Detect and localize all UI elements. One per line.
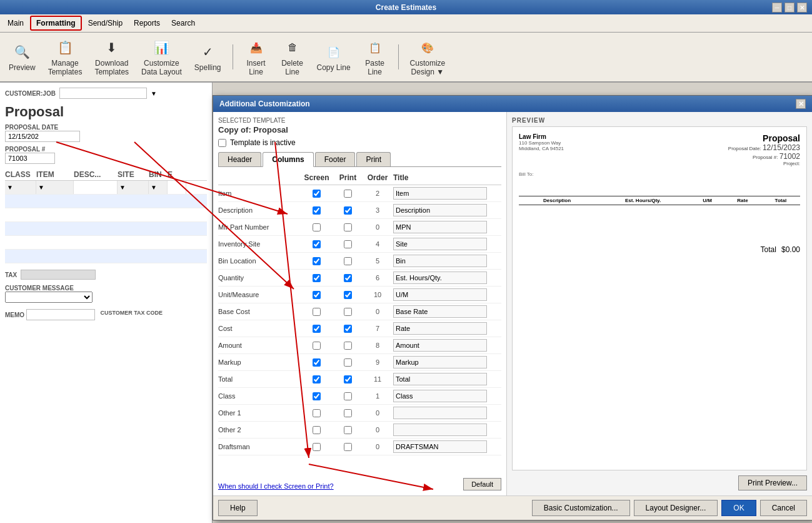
col-screen-base-cost[interactable] [299, 308, 334, 316]
tab-header[interactable]: Header [218, 152, 261, 166]
bin-dropdown[interactable]: ▼ [149, 181, 168, 194]
col-title-unit[interactable] [393, 288, 501, 301]
col-title-description[interactable] [393, 204, 501, 216]
col-screen-other2[interactable] [299, 426, 334, 434]
manage-templates-button[interactable]: 📋 Manage Templates [44, 35, 86, 79]
col-screen-cost[interactable] [299, 325, 334, 333]
default-button[interactable]: Default [463, 478, 501, 490]
close-btn[interactable]: ✕ [797, 3, 807, 13]
col-print-quantity[interactable] [334, 274, 362, 282]
menu-search[interactable]: Search [166, 17, 200, 29]
col-print-mfr-part[interactable] [334, 223, 362, 231]
col-print-inv-site[interactable] [334, 240, 362, 248]
col-title-amount[interactable] [393, 339, 501, 352]
menu-main[interactable]: Main [3, 17, 29, 29]
tab-footer[interactable]: Footer [315, 152, 356, 166]
help-button[interactable]: Help [218, 500, 258, 516]
customer-job-input[interactable] [59, 88, 147, 99]
class-dropdown[interactable]: ▼ [5, 181, 36, 194]
col-screen-unit[interactable] [299, 291, 334, 299]
site-dropdown[interactable]: ▼ [118, 181, 149, 194]
col-title-quantity[interactable] [393, 272, 501, 284]
col-print-markup[interactable] [334, 358, 362, 367]
columns-scroll[interactable]: Item 2 Description 3 [218, 185, 501, 474]
col-title-item[interactable] [393, 187, 501, 200]
col-screen-item[interactable] [299, 190, 334, 198]
ok-button[interactable]: OK [721, 500, 756, 516]
insert-line-button[interactable]: 📥 Insert Line [241, 35, 272, 79]
col-order-other1: 0 [362, 409, 393, 417]
col-screen-class[interactable] [299, 392, 334, 400]
tab-print[interactable]: Print [356, 152, 391, 166]
col-print-unit[interactable] [334, 291, 362, 299]
col-title-total[interactable] [393, 373, 501, 385]
selected-template-label: SELECTED TEMPLATE [218, 117, 501, 124]
col-print-bin[interactable] [334, 257, 362, 265]
col-title-draftsman[interactable] [393, 440, 501, 453]
col-print-cost[interactable] [334, 325, 362, 333]
col-screen-other1[interactable] [299, 409, 334, 417]
minimize-btn[interactable]: ─ [772, 3, 782, 13]
col-screen-markup[interactable] [299, 358, 334, 367]
dialog-title: Additional Customization [219, 99, 310, 108]
col-print-base-cost[interactable] [334, 308, 362, 316]
template-inactive-checkbox[interactable] [218, 139, 226, 147]
delete-line-button[interactable]: 🗑 Delete Line [277, 35, 308, 79]
col-title-other2[interactable] [393, 424, 501, 436]
col-title-mfr-part[interactable] [393, 221, 501, 233]
dialog-close-button[interactable]: ✕ [796, 99, 806, 109]
col-screen-inv-site[interactable] [299, 240, 334, 248]
item-dropdown[interactable]: ▼ [36, 181, 74, 194]
memo-input[interactable] [26, 309, 95, 320]
col-title-bin[interactable] [393, 255, 501, 267]
col-row-other2: Other 2 0 [218, 422, 501, 439]
col-print-amount[interactable] [334, 342, 362, 350]
col-row-unit: Unit/Measure 10 [218, 287, 501, 303]
col-screen-draftsman[interactable] [299, 443, 334, 451]
copy-line-button[interactable]: 📄 Copy Line [313, 39, 354, 74]
col-order-bin: 5 [362, 257, 393, 265]
col-row-inv-site: Inventory Site 4 [218, 236, 501, 253]
col-screen-bin[interactable] [299, 257, 334, 265]
col-print-class[interactable] [334, 392, 362, 400]
maximize-btn[interactable]: □ [784, 3, 794, 13]
col-print-description[interactable] [334, 206, 362, 215]
basic-customization-button[interactable]: Basic Customization... [532, 500, 630, 516]
col-screen-quantity[interactable] [299, 274, 334, 282]
col-title-markup[interactable] [393, 356, 501, 368]
print-preview-button[interactable]: Print Preview... [738, 475, 807, 490]
menu-formatting[interactable]: Formatting [30, 16, 82, 31]
menu-reports[interactable]: Reports [129, 17, 165, 29]
col-print-item[interactable] [334, 190, 362, 198]
col-print-draftsman[interactable] [334, 443, 362, 451]
tab-columns[interactable]: Columns [263, 152, 313, 167]
col-screen-description[interactable] [299, 206, 334, 215]
proposal-num-input[interactable] [5, 153, 55, 164]
col-title-inv-site[interactable] [393, 238, 501, 250]
col-title-other1[interactable] [393, 407, 501, 419]
col-title-cost[interactable] [393, 322, 501, 335]
download-templates-button[interactable]: ⬇ Download Templates [91, 35, 133, 79]
window-title: Create Estimates [376, 3, 436, 12]
customize-data-layout-button[interactable]: 📊 Customize Data Layout [138, 35, 186, 79]
paste-line-button[interactable]: 📋 Paste Line [359, 35, 391, 79]
preview-col-total: Total [761, 196, 800, 205]
col-screen-mfr-part[interactable] [299, 223, 334, 231]
screen-print-help-link[interactable]: When should I check Screen or Print? [218, 482, 334, 490]
layout-designer-button[interactable]: Layout Designer... [634, 500, 718, 516]
col-screen-total[interactable] [299, 375, 334, 383]
grid-row-4 [5, 236, 207, 250]
menu-sendship[interactable]: Send/Ship [83, 17, 128, 29]
spelling-button[interactable]: ✓ Spelling [191, 39, 225, 74]
col-title-base-cost[interactable] [393, 305, 501, 318]
col-print-other1[interactable] [334, 409, 362, 417]
preview-button[interactable]: 🔍 Preview [5, 39, 39, 74]
col-screen-amount[interactable] [299, 342, 334, 350]
cancel-button[interactable]: Cancel [760, 500, 807, 516]
proposal-date-input[interactable] [5, 131, 80, 142]
customize-design-button[interactable]: 🎨 CustomizeDesign ▼ [406, 35, 449, 79]
col-print-total[interactable] [334, 375, 362, 383]
col-title-class[interactable] [393, 390, 501, 402]
customer-message-select[interactable] [5, 292, 93, 303]
col-print-other2[interactable] [334, 426, 362, 434]
